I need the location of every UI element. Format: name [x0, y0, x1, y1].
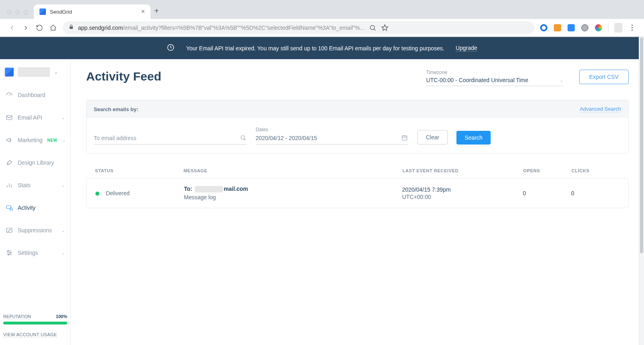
redacted-recipient	[195, 186, 223, 192]
chevron-down-icon: ⌄	[61, 183, 65, 188]
svg-rect-6	[6, 116, 12, 120]
reputation-bar	[3, 322, 67, 324]
suppressions-icon	[6, 227, 13, 234]
lock-icon	[68, 24, 74, 31]
opens-count: 0	[523, 190, 571, 196]
search-in-address-icon[interactable]	[369, 24, 377, 32]
sidebar-item-marketing[interactable]: Marketing NEW ⌄	[2, 132, 68, 148]
svg-line-22	[244, 139, 245, 140]
nav-back-button[interactable]	[8, 24, 16, 32]
dates-value: 2020/04/12 - 2020/04/15	[256, 135, 317, 141]
svg-point-1	[370, 25, 375, 30]
svg-line-14	[8, 229, 11, 232]
table-row[interactable]: Delivered To: mail.com Message log 2020/…	[86, 178, 629, 208]
new-tab-button[interactable]: +	[151, 6, 163, 19]
window-close-dot[interactable]	[7, 10, 12, 15]
msg-to-suffix: mail.com	[224, 186, 248, 192]
sidebar-item-label: Dashboard	[18, 92, 45, 98]
sidebar-item-suppressions[interactable]: Suppressions ⌄	[2, 223, 68, 238]
sidebar-item-design-library[interactable]: Design Library	[2, 155, 68, 170]
sidebar-item-settings[interactable]: Settings ⌄	[2, 245, 68, 260]
trial-expired-banner: Your Email API trial expired. You may st…	[0, 37, 644, 59]
sidebar-item-label: Suppressions	[18, 227, 52, 233]
search-button[interactable]: Search	[456, 131, 490, 145]
timezone-label: Timezone	[426, 70, 563, 75]
tab-close-icon[interactable]: ×	[141, 8, 145, 15]
event-timezone: UTC+00:00	[402, 194, 523, 200]
extension-icon[interactable]	[553, 24, 561, 32]
svg-line-2	[374, 29, 376, 31]
account-switcher[interactable]: ⌄	[2, 67, 68, 87]
main-content: Activity Feed Timezone UTC-00:00 - Coord…	[71, 59, 644, 345]
page-scrollbar[interactable]	[639, 37, 644, 345]
nav-forward-button[interactable]	[22, 24, 30, 32]
browser-chrome: SendGrid × + app.sendgrid.com/email_acti…	[0, 0, 644, 37]
sidebar-item-label: Design Library	[18, 159, 54, 166]
reload-button[interactable]	[35, 24, 43, 32]
col-header-opens: OPENS	[523, 168, 572, 173]
to-email-field[interactable]	[94, 133, 247, 145]
msg-to-prefix: To:	[184, 186, 194, 192]
mail-icon	[6, 114, 13, 121]
sidebar-item-stats[interactable]: Stats ⌄	[2, 178, 68, 193]
chevron-down-icon: ⌄	[54, 69, 58, 75]
brand-logo-icon	[5, 68, 14, 76]
window-controls	[4, 10, 34, 19]
home-button[interactable]	[49, 24, 57, 32]
design-icon	[6, 159, 13, 166]
window-minimize-dot[interactable]	[15, 10, 20, 15]
browser-tab[interactable]: SendGrid ×	[34, 4, 151, 19]
chevron-down-icon: ⌄	[62, 138, 66, 143]
extension-icon[interactable]	[540, 24, 548, 32]
sidebar-item-label: Email API	[18, 114, 42, 121]
sidebar-item-email-api[interactable]: Email API ⌄	[2, 110, 68, 125]
to-email-input[interactable]	[94, 135, 240, 141]
stats-icon	[6, 182, 13, 189]
bookmark-star-icon[interactable]	[381, 24, 389, 32]
url-text: app.sendgrid.com/email_activity?filters=…	[78, 25, 365, 31]
timezone-select[interactable]: UTC-00:00 - Coordinated Universal Time ⌄	[426, 76, 563, 86]
account-name-redacted	[18, 67, 50, 77]
export-csv-button[interactable]: Export CSV	[579, 70, 629, 84]
chevron-down-icon: ⌄	[61, 250, 65, 256]
extension-icon[interactable]	[567, 24, 575, 32]
scrollbar-thumb[interactable]	[640, 37, 643, 253]
svg-marker-3	[382, 25, 388, 30]
reputation-value: 100%	[56, 314, 67, 319]
clear-button[interactable]: Clear	[417, 130, 448, 145]
profile-avatar[interactable]	[614, 24, 622, 32]
sidebar-item-dashboard[interactable]: Dashboard	[2, 87, 68, 103]
browser-menu-icon[interactable]	[628, 24, 636, 32]
col-header-event: LAST EVENT RECEIVED	[402, 168, 523, 173]
col-header-clicks: CLICKS	[572, 168, 620, 173]
svg-line-12	[12, 210, 13, 211]
extension-icon[interactable]	[594, 24, 603, 32]
sidebar-item-label: Activity	[18, 205, 35, 211]
dates-field[interactable]: 2020/04/12 - 2020/04/15	[256, 133, 409, 145]
chevron-down-icon: ⌄	[61, 228, 65, 233]
new-badge: NEW	[47, 138, 57, 143]
page-title: Activity Feed	[86, 70, 418, 83]
window-maximize-dot[interactable]	[23, 10, 28, 15]
chevron-down-icon: ⌄	[560, 78, 563, 83]
search-icon	[240, 134, 247, 142]
extension-icon[interactable]	[581, 24, 589, 32]
clicks-count: 0	[571, 190, 619, 196]
advanced-search-link[interactable]: Advanced Search	[580, 106, 621, 112]
svg-rect-0	[70, 27, 73, 29]
address-bar[interactable]: app.sendgrid.com/email_activity?filters=…	[63, 21, 534, 34]
col-header-message: MESSAGE	[184, 168, 402, 173]
tab-favicon	[39, 8, 46, 15]
sidebar-item-activity[interactable]: Activity	[2, 200, 68, 215]
svg-point-21	[241, 136, 244, 139]
status-text: Delivered	[106, 190, 130, 196]
svg-point-11	[10, 208, 12, 210]
banner-text: Your Email API trial expired. You may st…	[186, 45, 444, 52]
svg-rect-23	[402, 136, 407, 140]
msg-subtitle: Message log	[184, 194, 402, 200]
sidebar-item-label: Stats	[18, 182, 31, 188]
view-usage-link[interactable]: VIEW ACCOUNT USAGE	[3, 332, 57, 337]
upgrade-link[interactable]: Upgrade	[456, 45, 477, 52]
calendar-icon	[401, 134, 409, 142]
event-time: 2020/04/15 7:39pm	[402, 186, 523, 193]
